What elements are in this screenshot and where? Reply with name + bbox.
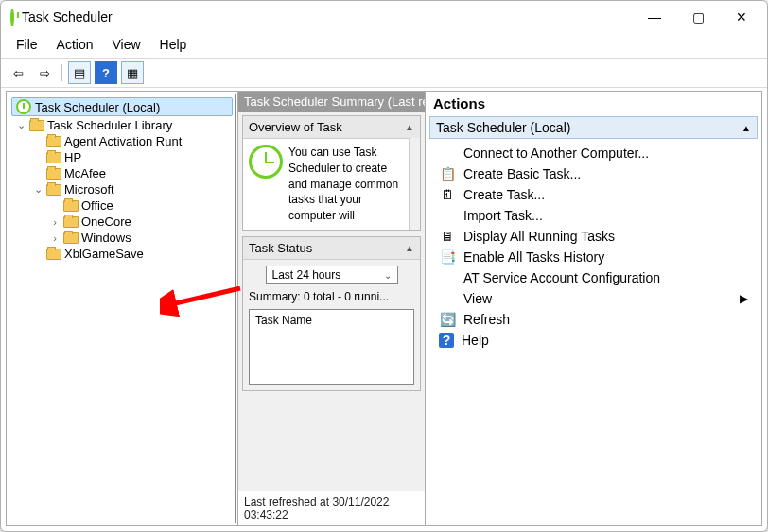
menu-action[interactable]: Action <box>49 35 101 54</box>
tree-item[interactable]: Agent Activation Runt <box>9 133 235 149</box>
chevron-right-icon: › <box>49 232 61 244</box>
tree-item[interactable]: Office <box>9 197 235 214</box>
refresh-icon: 🔄 <box>439 312 456 327</box>
overview-head[interactable]: Overview of Task ▲ <box>243 116 420 138</box>
action-label: AT Service Account Configuration <box>463 270 660 285</box>
action-import-task[interactable]: Import Task... <box>429 205 758 226</box>
actions-list: Connect to Another Computer... 📋 Create … <box>426 139 761 354</box>
folder-icon <box>63 200 79 212</box>
folder-icon <box>29 120 44 131</box>
show-tree-button[interactable]: ▤ <box>68 61 91 84</box>
titlebar: Task Scheduler — ▢ ✕ <box>1 1 767 33</box>
chevron-down-icon: ⌄ <box>384 270 392 281</box>
action-label: Help <box>462 333 489 348</box>
history-icon: 📑 <box>439 249 456 265</box>
last-refreshed: Last refreshed at 30/11/2022 03:43:22 <box>238 491 425 525</box>
tree-item-label: Office <box>81 198 113 213</box>
tree-root[interactable]: Task Scheduler (Local) <box>11 97 233 116</box>
status-summary: Summary: 0 total - 0 runni... <box>249 290 414 303</box>
action-create-basic-task[interactable]: 📋 Create Basic Task... <box>429 163 758 184</box>
action-label: Create Basic Task... <box>463 166 581 181</box>
tree-root-label: Task Scheduler (Local) <box>35 100 160 114</box>
action-help[interactable]: ? Help <box>429 330 758 351</box>
tree-item-windows[interactable]: › Windows <box>9 230 235 246</box>
collapse-icon: ▲ <box>742 123 751 133</box>
tree-item[interactable]: XblGameSave <box>9 246 235 262</box>
action-display-running[interactable]: 🖥 Display All Running Tasks <box>429 226 758 247</box>
minimize-button[interactable]: — <box>633 3 676 31</box>
tree-library[interactable]: ⌄ Task Scheduler Library <box>9 117 235 133</box>
overview-section: Overview of Task ▲ You can use Task Sche… <box>242 115 421 231</box>
action-create-task[interactable]: 🗓 Create Task... <box>429 184 758 205</box>
task-scheduler-window: Task Scheduler — ▢ ✕ File Action View He… <box>0 0 768 532</box>
actions-title: Actions <box>426 92 761 116</box>
close-button[interactable]: ✕ <box>720 3 763 31</box>
back-button[interactable]: ⇦ <box>7 61 29 84</box>
actions-group-header[interactable]: Task Scheduler (Local) ▲ <box>429 116 758 139</box>
folder-icon <box>46 168 61 180</box>
properties-button[interactable]: ▦ <box>121 61 144 84</box>
folder-icon <box>46 249 61 260</box>
forward-button[interactable]: ⇨ <box>33 61 56 84</box>
scrollbar[interactable] <box>409 138 420 230</box>
tree-item-label: Windows <box>81 231 131 245</box>
maximize-button[interactable]: ▢ <box>676 3 720 31</box>
clock-icon <box>16 99 31 114</box>
help-icon: ? <box>439 333 454 348</box>
chevron-down-icon: ⌄ <box>15 119 26 131</box>
tree-item[interactable]: McAfee <box>9 165 235 181</box>
tree-item-label: OneCore <box>81 215 131 229</box>
tree-item[interactable]: HP <box>9 149 235 165</box>
task-icon: 📋 <box>439 166 456 181</box>
main-area: Task Scheduler (Local) ⌄ Task Scheduler … <box>1 88 767 531</box>
task-status-section: Task Status ▲ Last 24 hours ⌄ Summary: 0… <box>242 236 421 391</box>
chevron-right-icon: ▶ <box>740 292 748 305</box>
window-controls: — ▢ ✕ <box>633 3 763 31</box>
tree-item-label: XblGameSave <box>64 247 144 261</box>
summary-header: Task Scheduler Summary (Last refreshe <box>238 92 425 112</box>
action-label: Import Task... <box>463 208 543 223</box>
action-at-service[interactable]: AT Service Account Configuration <box>429 267 758 288</box>
help-button[interactable]: ? <box>95 61 117 84</box>
toolbar: ⇦ ⇨ ▤ ? ▦ <box>1 58 767 88</box>
calendar-icon: 🗓 <box>439 187 456 202</box>
action-enable-history[interactable]: 📑 Enable All Tasks History <box>429 247 758 267</box>
dropdown-value: Last 24 hours <box>272 268 341 282</box>
tree-item[interactable]: › OneCore <box>9 214 235 230</box>
action-label: Connect to Another Computer... <box>463 146 649 161</box>
tree-item-label: Microsoft <box>64 182 114 197</box>
timeframe-dropdown[interactable]: Last 24 hours ⌄ <box>266 266 398 284</box>
action-refresh[interactable]: 🔄 Refresh <box>429 309 758 330</box>
action-label: Refresh <box>463 312 510 327</box>
tree-item-label: Task Scheduler Library <box>47 118 172 132</box>
folder-icon <box>63 232 79 244</box>
action-view[interactable]: View ▶ <box>429 288 758 309</box>
menu-view[interactable]: View <box>104 35 148 54</box>
app-icon <box>10 10 14 25</box>
menu-help[interactable]: Help <box>152 35 195 54</box>
tree-item-microsoft[interactable]: ⌄ Microsoft <box>9 181 235 197</box>
folder-icon <box>46 136 61 147</box>
collapse-icon: ▲ <box>405 122 414 132</box>
menu-file[interactable]: File <box>9 35 45 54</box>
window-title: Task Scheduler <box>22 9 633 25</box>
tree-item-label: McAfee <box>64 166 106 180</box>
action-label: Display All Running Tasks <box>463 229 615 244</box>
chevron-right-icon: › <box>49 216 61 228</box>
folder-icon <box>63 216 79 228</box>
task-status-head[interactable]: Task Status ▲ <box>243 237 420 259</box>
task-status-title: Task Status <box>249 241 312 255</box>
action-connect-computer[interactable]: Connect to Another Computer... <box>429 143 758 163</box>
overview-text: You can use Task Scheduler to create and… <box>288 145 403 224</box>
task-list[interactable]: Task Name <box>249 309 414 385</box>
summary-panel: Task Scheduler Summary (Last refreshe Ov… <box>238 91 426 526</box>
action-label: View <box>463 291 492 306</box>
tree-item-label: Agent Activation Runt <box>64 134 182 148</box>
collapse-icon: ▲ <box>405 243 414 253</box>
chevron-down-icon: ⌄ <box>32 183 44 196</box>
action-label: Enable All Tasks History <box>463 249 604 265</box>
actions-panel: Actions Task Scheduler (Local) ▲ Connect… <box>426 91 762 526</box>
tree-item-label: HP <box>64 150 81 164</box>
column-header: Task Name <box>255 314 312 327</box>
action-label: Create Task... <box>463 187 545 202</box>
